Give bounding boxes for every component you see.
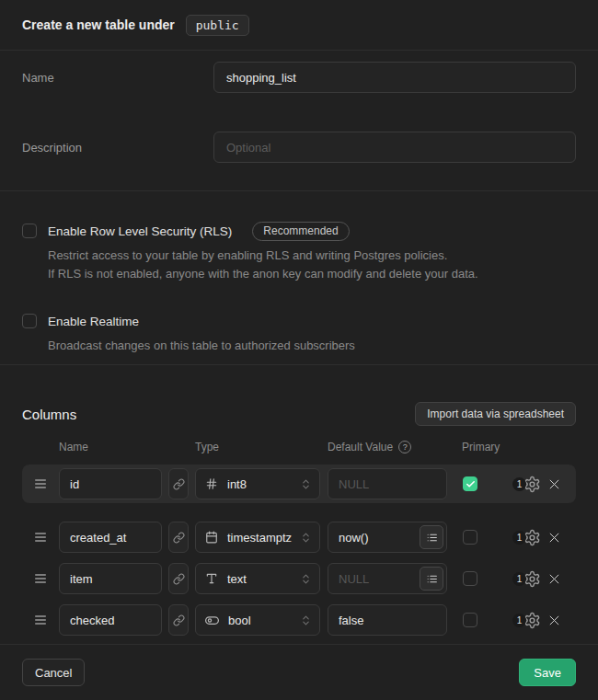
remove-column-button[interactable] [547,477,561,491]
columns-section: Columns Import data via spreadsheet Name… [0,365,598,639]
create-table-panel: Create a new table under public Name Des… [0,0,598,700]
header-name: Name [59,441,195,453]
column-settings[interactable]: 1 [512,570,541,588]
schema-badge: public [186,15,249,36]
link-icon [173,614,185,626]
column-settings[interactable]: 1 [512,476,541,493]
settings-count-badge: 1 [512,572,526,586]
description-label: Description [22,132,213,155]
table-options: Enable Row Level Security (RLS) Recommen… [0,191,598,365]
primary-checkbox[interactable] [463,476,477,491]
list-icon [426,532,438,544]
default-value-wrap [328,604,447,636]
column-type-select[interactable]: timestamptz [195,522,320,553]
column-type-select[interactable]: text [195,563,320,594]
name-label: Name [22,62,213,85]
settings-count-badge: 1 [512,531,526,545]
realtime-option: Enable Realtime Broadcast changes on thi… [22,311,576,355]
realtime-description: Broadcast changes on this table to autho… [48,337,576,355]
column-headers: Name Type Default Value ? Primary [22,441,576,453]
table-name-input[interactable] [213,62,576,93]
remove-column-button[interactable] [547,531,561,545]
link-icon [173,573,185,585]
drag-handle-icon[interactable] [33,530,48,545]
default-suggestions-button[interactable] [420,567,443,591]
link-icon [173,478,185,490]
column-name-input[interactable] [59,522,162,553]
drag-handle-icon[interactable] [33,571,48,586]
columns-title: Columns [22,407,76,422]
drag-handle-icon[interactable] [33,613,48,627]
primary-checkbox[interactable] [463,530,477,545]
rls-checkbox[interactable] [22,224,37,238]
column-settings[interactable]: 1 [512,529,541,546]
calendar-icon [205,531,218,544]
column-type-select[interactable]: int8 [195,468,320,499]
save-button[interactable]: Save [519,659,576,686]
chevrons-up-down-icon [300,532,312,544]
column-type-label: text [227,572,247,586]
column-row: text 1 [22,559,576,598]
close-icon [547,614,561,627]
help-icon[interactable]: ? [398,441,411,453]
check-icon [466,479,476,489]
default-value-wrap [328,563,447,594]
default-value-wrap [328,468,447,499]
header-primary: Primary [462,441,500,453]
link-icon [173,532,185,544]
column-name-input[interactable] [59,468,162,499]
chevrons-up-down-icon [300,478,312,490]
realtime-checkbox[interactable] [22,314,37,328]
hash-icon [205,477,218,490]
column-type-select[interactable]: bool [195,604,320,636]
primary-checkbox[interactable] [463,613,477,627]
default-value-wrap [328,522,447,553]
column-row: int8 1 [22,465,576,503]
remove-column-button[interactable] [547,572,561,586]
description-row: Description [22,132,576,163]
panel-footer: Cancel Save [0,644,598,700]
list-icon [426,573,438,585]
header-type: Type [195,441,328,453]
name-row: Name [22,62,576,93]
rls-option: Enable Row Level Security (RLS) Recommen… [22,221,576,283]
column-type-label: bool [228,614,251,627]
remove-column-button[interactable] [547,614,561,627]
table-description-input[interactable] [213,132,576,163]
close-icon [547,531,561,545]
column-row: bool 1 [22,601,576,639]
column-row: timestamptz 1 [22,518,576,557]
primary-checkbox[interactable] [463,571,477,586]
foreign-key-button[interactable] [168,468,189,499]
chevrons-up-down-icon [300,573,312,585]
default-value-input[interactable] [328,468,447,499]
text-icon [205,572,218,585]
cancel-button[interactable]: Cancel [22,659,85,686]
toggle-icon [205,614,219,627]
panel-header: Create a new table under public [0,0,598,51]
settings-count-badge: 1 [512,477,526,491]
close-icon [547,477,561,491]
default-suggestions-button[interactable] [420,525,443,549]
rls-label: Enable Row Level Security (RLS) [48,224,232,238]
column-name-input[interactable] [59,604,162,636]
chevrons-up-down-icon [300,614,312,626]
default-value-input[interactable] [328,604,447,636]
recommended-badge: Recommended [252,222,349,241]
rls-description: Restrict access to your table by enablin… [48,247,576,283]
close-icon [547,572,561,586]
foreign-key-button[interactable] [168,522,189,553]
column-name-input[interactable] [59,563,162,594]
realtime-label: Enable Realtime [48,315,139,328]
header-default-value: Default Value ? [328,441,462,453]
column-type-label: int8 [227,477,247,491]
column-rows: int8 1 [22,465,576,639]
panel-title: Create a new table under [22,13,175,37]
drag-handle-icon[interactable] [33,476,48,491]
foreign-key-button[interactable] [168,563,189,594]
import-spreadsheet-button[interactable]: Import data via spreadsheet [415,402,576,426]
settings-count-badge: 1 [512,614,526,627]
foreign-key-button[interactable] [168,604,189,636]
column-settings[interactable]: 1 [512,612,541,629]
column-type-label: timestamptz [227,531,292,545]
